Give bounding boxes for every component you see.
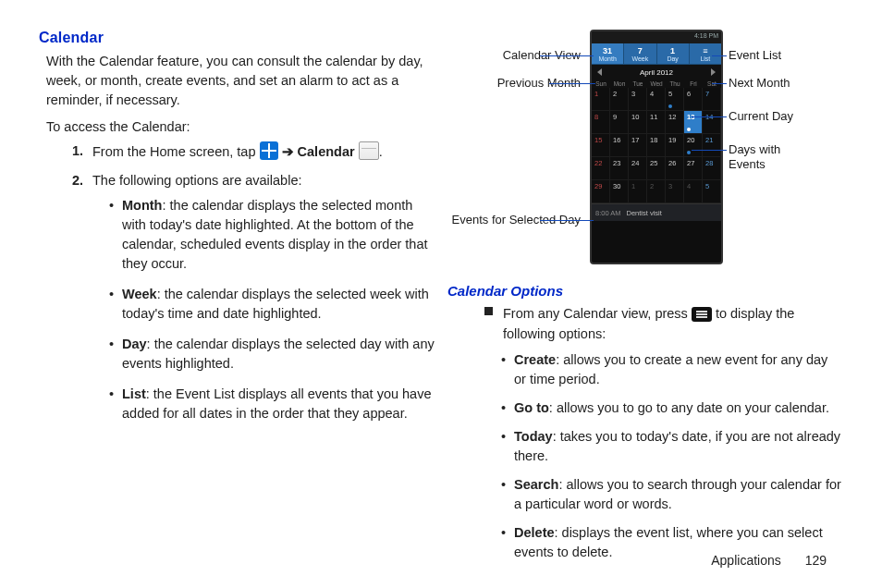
- tab-label: Week: [631, 55, 648, 62]
- callout-label: Event List: [729, 48, 781, 62]
- cell: 3: [666, 180, 684, 203]
- bullet-label: Week: [122, 287, 157, 301]
- dow: Thu: [666, 80, 684, 88]
- tab-day: 1Day: [657, 43, 690, 64]
- dow: Fri: [684, 80, 703, 88]
- tab-list: ≡List: [690, 43, 721, 64]
- cell: 20: [684, 134, 703, 157]
- clock: 4:18 PM: [694, 32, 718, 39]
- calendar-grid: 1 2 3 4 5 6 7 8 9 10 11 12 13 14 15 16 1: [592, 88, 721, 203]
- cell: 11: [647, 111, 666, 134]
- tab-num: 31: [592, 46, 623, 55]
- dow: Wed: [647, 80, 666, 88]
- tab-label: List: [700, 55, 710, 62]
- option-label: Go to: [514, 400, 549, 415]
- callout-label: Days with Events: [729, 142, 780, 171]
- access-line: To access the Calendar:: [46, 119, 435, 134]
- cell: 9: [610, 111, 629, 134]
- bullet-label: Month: [122, 198, 162, 213]
- leader-line: [540, 220, 594, 221]
- cell: 2: [647, 180, 666, 203]
- cell: 5: [666, 88, 684, 111]
- callout-events-selected-day: Events for Selected Day: [451, 213, 581, 227]
- cell: 4: [684, 180, 703, 203]
- bullet-week: Week: the calendar displays the selected…: [109, 285, 435, 324]
- bullet-desc: : the calendar displays the selected day…: [122, 337, 435, 371]
- options-list: Create: allows you to create a new event…: [501, 350, 843, 562]
- cell: 10: [629, 111, 647, 134]
- tab-month: 31Month: [592, 43, 624, 64]
- bullet-desc: : the calendar displays the selected mon…: [122, 198, 428, 271]
- tab-num: 1: [657, 46, 689, 55]
- cell: 6: [684, 88, 703, 111]
- option-today: Today: takes you to today's date, if you…: [501, 427, 843, 466]
- bullet-day: Day: the calendar displays the selected …: [109, 335, 435, 374]
- step-text: The following options are available:: [92, 173, 302, 188]
- cell: 29: [592, 180, 610, 203]
- event-dot: [687, 128, 691, 131]
- cell: 5: [703, 180, 721, 203]
- intro-paragraph: With the Calendar feature, you can consu…: [46, 52, 435, 110]
- options-heading: Calendar Options: [447, 283, 843, 299]
- section-heading: Calendar: [39, 30, 435, 46]
- left-column: Calendar With the Calendar feature, you …: [39, 30, 435, 571]
- options-intro: From any Calendar view, press to display…: [484, 304, 843, 345]
- cell: 16: [610, 134, 629, 157]
- options-intro-pre: From any Calendar view, press: [503, 306, 692, 321]
- page-footer: Applications 129: [711, 553, 827, 568]
- calendar-app-icon: [359, 141, 379, 160]
- step-text: From the Home screen, tap: [92, 144, 260, 159]
- tab-list-icon: ≡: [690, 46, 721, 55]
- leader-line: [540, 55, 594, 56]
- option-create: Create: allows you to create a new event…: [501, 350, 843, 389]
- tab-num: 7: [624, 46, 655, 55]
- cell-today: 13: [684, 111, 703, 134]
- step-2: 2. The following options are available: …: [72, 171, 435, 423]
- callout-next-month: Next Month: [729, 76, 790, 91]
- apps-grid-icon: [260, 141, 278, 160]
- step-number: 1.: [72, 141, 83, 161]
- calendar-label: Calendar: [298, 144, 355, 159]
- bullet-label: Day: [122, 337, 147, 351]
- leader-line: [712, 83, 727, 84]
- option-desc: : allows you to search through your cale…: [514, 477, 841, 511]
- cell: 12: [666, 111, 684, 134]
- period: .: [379, 144, 383, 159]
- callout-event-list: Event List: [729, 48, 781, 63]
- option-search: Search: allows you to search through you…: [501, 475, 843, 514]
- step-number: 2.: [72, 171, 83, 190]
- cell: 19: [666, 134, 684, 157]
- option-label: Delete: [514, 525, 555, 540]
- bullet-desc: : the calendar displays the selected wee…: [122, 287, 429, 321]
- document-page: Calendar With the Calendar feature, you …: [0, 0, 882, 588]
- arrow-icon: ➔: [282, 144, 294, 159]
- cell: 30: [610, 180, 629, 203]
- event-dot: [687, 151, 691, 154]
- cell: 18: [647, 134, 666, 157]
- option-label: Create: [514, 352, 556, 367]
- event-row: 8:00 AM Dentist visit: [592, 203, 721, 221]
- dow: Tue: [629, 80, 647, 88]
- callout-days-with-events: Days with Events: [729, 142, 812, 171]
- tab-week: 7Week: [624, 43, 656, 64]
- menu-button-icon: [692, 307, 712, 322]
- option-desc: : takes you to today's date, if you are …: [514, 429, 840, 463]
- option-desc: : allows you to create a new event for a…: [514, 352, 827, 386]
- leader-line: [692, 116, 727, 117]
- bullet-desc: : the Event List displays all events tha…: [122, 386, 432, 421]
- cell: 17: [629, 134, 647, 157]
- event-title: Dentist visit: [627, 209, 662, 217]
- footer-page-number: 129: [805, 553, 827, 568]
- event-time: 8:00 AM: [595, 209, 621, 217]
- leader-line: [549, 83, 595, 84]
- bullet-month: Month: the calendar displays the selecte…: [109, 196, 435, 274]
- month-label: April 2012: [640, 68, 673, 77]
- cell: 7: [703, 88, 721, 111]
- step-1: 1. From the Home screen, tap ➔ Calendar …: [72, 141, 435, 162]
- cell: 28: [703, 157, 721, 180]
- cell: 15: [592, 134, 610, 157]
- right-column: 4:18 PM 31Month 7Week 1Day ≡List April 2…: [447, 30, 843, 571]
- footer-section: Applications: [711, 553, 781, 568]
- day-of-week-row: Sun Mon Tue Wed Thu Fri Sat: [592, 80, 721, 88]
- phone-mock: 4:18 PM 31Month 7Week 1Day ≡List April 2…: [590, 30, 723, 264]
